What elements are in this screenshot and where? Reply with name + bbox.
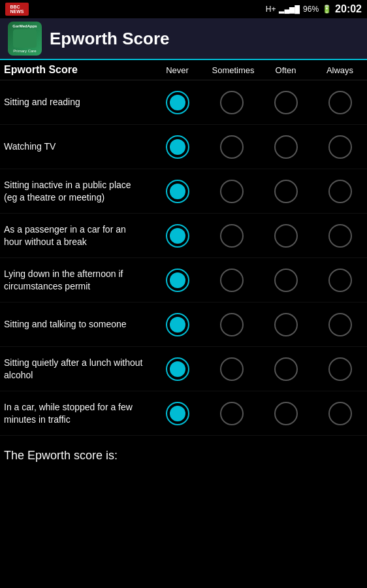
radio-never[interactable] — [166, 269, 189, 292]
table-row: Sitting inactive in a public place (eg a… — [0, 169, 367, 214]
row-options — [150, 402, 367, 425]
row-options — [150, 224, 367, 248]
radio-often[interactable] — [274, 357, 298, 381]
row-options — [150, 91, 367, 114]
radio-sometimes[interactable] — [220, 224, 244, 248]
col-always: Always — [321, 65, 360, 75]
table-row: Sitting quietly after a lunch without al… — [0, 347, 367, 391]
table-row: Watching TV — [0, 125, 367, 169]
radio-sometimes[interactable] — [220, 180, 244, 203]
radio-always[interactable] — [328, 135, 352, 159]
clock: 20:02 — [335, 3, 362, 15]
battery-icon: 🔋 — [322, 5, 332, 14]
radio-often[interactable] — [274, 135, 298, 159]
radio-often[interactable] — [274, 313, 298, 336]
radio-often[interactable] — [274, 269, 298, 292]
row-label: In a car, while stopped for a few minute… — [0, 396, 150, 430]
score-rows: Sitting and readingWatching TVSitting in… — [0, 80, 367, 436]
radio-always[interactable] — [328, 224, 352, 248]
status-bar: BBCNEWS H+ ▂▄▆█ 96% 🔋 20:02 — [0, 0, 367, 18]
signal-icon: ▂▄▆█ — [279, 5, 300, 14]
radio-always[interactable] — [328, 357, 352, 381]
row-options — [150, 313, 367, 336]
col-sometimes: Sometimes — [212, 65, 251, 75]
network-type: H+ — [266, 5, 276, 14]
radio-never[interactable] — [166, 91, 189, 114]
app-title: Epworth Score — [50, 29, 169, 49]
table-row: Sitting and reading — [0, 80, 367, 125]
radio-always[interactable] — [328, 180, 352, 203]
row-label: Sitting quietly after a lunch without al… — [0, 351, 150, 385]
logo-line2: Primary Care — [13, 49, 36, 53]
radio-sometimes[interactable] — [220, 135, 244, 159]
row-options — [150, 180, 367, 203]
row-label: Watching TV — [0, 135, 150, 157]
row-options — [150, 269, 367, 292]
row-header-label: Epworth Score — [0, 64, 150, 76]
radio-often[interactable] — [274, 180, 298, 203]
radio-always[interactable] — [328, 402, 352, 425]
row-label: Sitting and reading — [0, 91, 150, 113]
row-options — [150, 357, 367, 381]
table-row: Sitting and talking to someone — [0, 302, 367, 347]
radio-never[interactable] — [166, 313, 189, 336]
radio-never[interactable] — [166, 180, 189, 203]
row-label: Sitting inactive in a public place (eg a… — [0, 174, 150, 208]
footer: The Epworth score is: — [0, 436, 367, 469]
radio-sometimes[interactable] — [220, 357, 244, 381]
logo-line1: GarMedApps — [12, 24, 37, 28]
radio-sometimes[interactable] — [220, 313, 244, 336]
radio-sometimes[interactable] — [220, 402, 244, 425]
epworth-score-label: The Epworth score is: — [4, 449, 118, 462]
app-logo: GarMedApps Primary Care — [8, 22, 42, 56]
radio-often[interactable] — [274, 91, 298, 114]
radio-sometimes[interactable] — [220, 91, 244, 114]
options-headers: Never Sometimes Often Always — [150, 65, 367, 75]
table-row: As a passenger in a car for an hour with… — [0, 214, 367, 258]
radio-never[interactable] — [166, 224, 189, 248]
row-label: Sitting and talking to someone — [0, 313, 150, 335]
row-options — [150, 135, 367, 159]
app-header: GarMedApps Primary Care Epworth Score — [0, 18, 367, 60]
row-label: Lying down in the afternoon if circumsta… — [0, 263, 150, 297]
table-row: In a car, while stopped for a few minute… — [0, 391, 367, 436]
radio-never[interactable] — [166, 402, 189, 425]
column-headers: Epworth Score Never Sometimes Often Alwa… — [0, 60, 367, 80]
col-never: Never — [158, 65, 197, 75]
radio-never[interactable] — [166, 135, 189, 159]
table-row: Lying down in the afternoon if circumsta… — [0, 258, 367, 302]
radio-sometimes[interactable] — [220, 269, 244, 292]
radio-often[interactable] — [274, 224, 298, 248]
col-often: Often — [266, 65, 306, 75]
radio-always[interactable] — [328, 313, 352, 336]
bbc-news-icon: BBCNEWS — [5, 3, 29, 16]
radio-never[interactable] — [166, 357, 189, 381]
radio-always[interactable] — [328, 91, 352, 114]
radio-often[interactable] — [274, 402, 298, 425]
battery-percentage: 96% — [303, 5, 319, 14]
row-label: As a passenger in a car for an hour with… — [0, 218, 150, 252]
radio-always[interactable] — [328, 269, 352, 292]
